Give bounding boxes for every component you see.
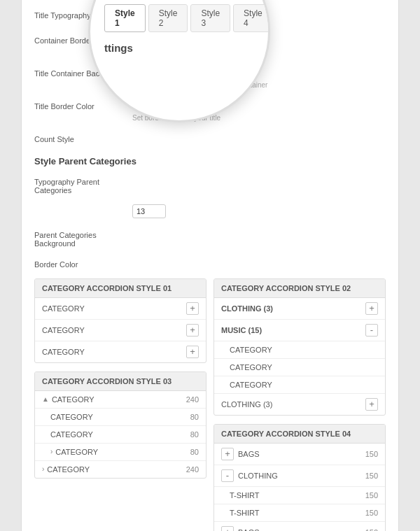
acc-expand-btn[interactable]: + xyxy=(221,448,234,460)
mag-tab-style2[interactable]: Style 2 xyxy=(148,4,188,32)
acc-expand-btn[interactable]: + xyxy=(365,398,378,411)
acc-num: 150 xyxy=(358,472,378,480)
acc-label: T-SHIRT xyxy=(230,509,358,517)
acc-label: CATEGORY xyxy=(42,326,186,334)
acc-label: CLOTHING (3) xyxy=(221,304,365,313)
accordion-header-01: CATEGORY ACCORDION STYLE 01 xyxy=(35,279,206,298)
chevron-right-icon: › xyxy=(42,465,44,473)
acc-expand-btn[interactable]: + xyxy=(221,526,234,532)
accordion-box-01: CATEGORY ACCORDION STYLE 01 CATEGORY + C… xyxy=(34,278,206,363)
acc-num: 150 xyxy=(358,528,378,532)
list-item: MUSIC (15) - xyxy=(214,320,385,341)
list-item: CATEGORY xyxy=(214,341,385,359)
magnifier-tabs: Style 1 Style 2 Style 3 Style 4 xyxy=(104,4,254,32)
typography-parent-row: Typography Parent Categories xyxy=(34,175,386,194)
acc-expand-btn[interactable]: + xyxy=(365,302,378,315)
acc-num: 240 xyxy=(179,465,199,474)
acc-num: 80 xyxy=(179,448,199,456)
accordion-right-col: CATEGORY ACCORDION STYLE 02 CLOTHING (3)… xyxy=(214,278,386,532)
acc-collapse-btn[interactable]: - xyxy=(365,324,378,337)
title-border-color-label: Title Border Color xyxy=(34,99,132,111)
acc-label: MUSIC (15) xyxy=(221,326,365,334)
acc-expand-btn[interactable]: + xyxy=(186,324,199,337)
count-style-label: Count Style xyxy=(34,132,132,143)
acc-label: CLOTHING (3) xyxy=(221,400,365,409)
list-item: - CLOTHING 150 xyxy=(214,465,385,487)
accordion-box-02: CATEGORY ACCORDION STYLE 02 CLOTHING (3)… xyxy=(214,278,386,416)
list-item: CATEGORY + xyxy=(35,320,206,341)
acc-num: 150 xyxy=(358,450,378,458)
parent-bg-row: Parent Categories Background xyxy=(34,228,386,248)
acc-label: CATEGORY xyxy=(230,363,378,371)
list-item: CATEGORY xyxy=(214,376,385,394)
acc-num: 150 xyxy=(358,491,378,500)
acc-label: CATEGORY xyxy=(230,381,378,389)
acc-label: CATEGORY xyxy=(52,395,179,404)
chevron-right-icon: › xyxy=(50,448,52,455)
acc-num: 80 xyxy=(179,413,199,421)
count-style-row: Count Style xyxy=(34,132,386,143)
acc-label: CATEGORY xyxy=(230,346,378,354)
list-item: CLOTHING (3) + xyxy=(214,394,385,415)
parent-font-size-row xyxy=(34,204,386,218)
list-item: › CATEGORY 80 xyxy=(35,444,206,461)
acc-num: 240 xyxy=(179,395,199,404)
acc-num: 80 xyxy=(179,430,199,439)
acc-label: CATEGORY xyxy=(50,430,179,439)
parent-bg-label: Parent Categories Background xyxy=(34,228,132,248)
accordion-header-02: CATEGORY ACCORDION STYLE 02 xyxy=(214,279,385,298)
acc-expand-btn[interactable]: + xyxy=(186,346,199,358)
mag-tab-style3[interactable]: Style 3 xyxy=(190,4,230,32)
acc-label: CATEGORY xyxy=(42,304,186,313)
accordion-header-03: CATEGORY ACCORDION STYLE 03 xyxy=(35,372,206,391)
accordion-panels: CATEGORY ACCORDION STYLE 01 CATEGORY + C… xyxy=(34,278,386,532)
list-item: T-SHIRT 150 xyxy=(214,487,385,504)
accordion-left-col: CATEGORY ACCORDION STYLE 01 CATEGORY + C… xyxy=(34,278,206,532)
border-color-label: Border Color xyxy=(34,257,132,269)
list-item: › CATEGORY 240 xyxy=(35,461,206,478)
acc-expand-btn[interactable]: + xyxy=(186,302,199,315)
parent-font-size-spacer xyxy=(34,204,132,207)
accordion-box-03: CATEGORY ACCORDION STYLE 03 ▲ CATEGORY 2… xyxy=(34,371,206,479)
list-item: CATEGORY 80 xyxy=(35,426,206,444)
acc-label: BAGS xyxy=(238,450,358,458)
acc-label: CATEGORY xyxy=(50,413,179,421)
acc-label: BAGS xyxy=(238,528,358,532)
list-item: CATEGORY xyxy=(214,359,385,376)
accordion-box-04: CATEGORY ACCORDION STYLE 04 + BAGS 150 -… xyxy=(214,424,386,532)
border-color-row: Border Color xyxy=(34,257,386,269)
style-parent-title: Style Parent Categories xyxy=(34,156,386,167)
magnifier-title: ttings xyxy=(104,42,254,54)
list-item: CATEGORY + xyxy=(35,341,206,362)
mag-tab-style1[interactable]: Style 1 xyxy=(104,4,146,32)
chevron-up-icon: ▲ xyxy=(42,395,49,403)
acc-label: CATEGORY xyxy=(55,448,179,456)
acc-collapse-btn[interactable]: - xyxy=(221,469,234,482)
accordion-header-04: CATEGORY ACCORDION STYLE 04 xyxy=(214,425,385,444)
acc-label: CATEGORY xyxy=(47,465,179,474)
list-item: CLOTHING (3) + xyxy=(214,298,385,320)
typography-parent-label: Typography Parent Categories xyxy=(34,175,132,194)
parent-font-size-input[interactable] xyxy=(132,204,166,218)
list-item: + BAGS 150 xyxy=(214,444,385,465)
list-item: T-SHIRT 150 xyxy=(214,504,385,522)
acc-label: T-SHIRT xyxy=(230,491,358,500)
acc-label: CLOTHING xyxy=(238,472,358,480)
list-item: CATEGORY + xyxy=(35,298,206,320)
list-item: CATEGORY 80 xyxy=(35,409,206,426)
list-item: + BAGS 150 xyxy=(214,522,385,532)
mag-tab-style4[interactable]: Style 4 xyxy=(233,4,270,32)
list-item: ▲ CATEGORY 240 xyxy=(35,391,206,409)
acc-num: 150 xyxy=(358,509,378,517)
acc-label: CATEGORY xyxy=(42,348,186,356)
